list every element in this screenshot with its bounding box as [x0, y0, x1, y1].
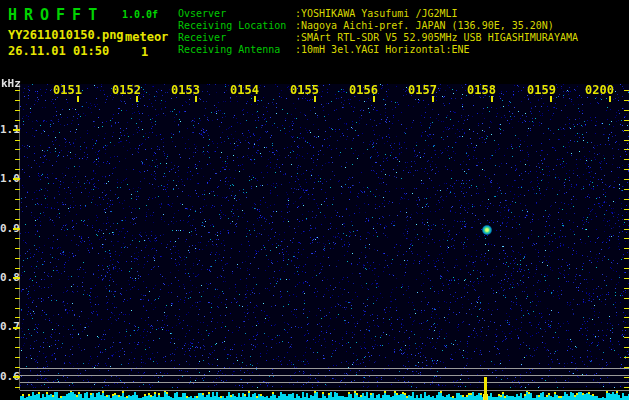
time-tick-label: 0152: [112, 84, 146, 96]
info-row-observer: Ovserver:YOSHIKAWA Yasufumi /JG2MLI: [178, 8, 458, 19]
time-tick-label: 0156: [349, 84, 383, 96]
time-tick-label: 0157: [408, 84, 442, 96]
time-tick-label: 0153: [171, 84, 205, 96]
reference-line-lower: [20, 382, 629, 383]
time-tick-label: 0159: [527, 84, 561, 96]
info-row-receiver: Receiver:SMArt RTL-SDR V5 52.905MHz USB …: [178, 32, 578, 43]
app-title: HROFFT: [8, 6, 104, 24]
app-version: 1.0.0f: [122, 9, 158, 20]
info-value: :SMArt RTL-SDR V5 52.905MHz USB HIGASHIM…: [295, 32, 578, 43]
time-tick-label: 0155: [290, 84, 324, 96]
observation-mode-label: meteor: [125, 30, 168, 44]
output-filename: YY2611010150.png: [8, 28, 124, 42]
meteor-echo-dot: [482, 225, 492, 235]
info-label: Ovserver: [178, 8, 295, 19]
info-label: Receiving Location: [178, 20, 295, 31]
info-label: Receiving Antenna: [178, 44, 295, 55]
info-value: :YOSHIKAWA Yasufumi /JG2MLI: [295, 8, 458, 19]
spectrogram-noise-field: [20, 84, 629, 388]
reference-line-upper: [20, 368, 629, 369]
time-tick-label: 0200: [585, 84, 619, 96]
info-value: :10mH 3el.YAGI Horizontal:ENE: [295, 44, 470, 55]
freq-axis-unit: kHz: [1, 77, 21, 90]
meteor-spike: [484, 377, 487, 400]
hrofft-window: HROFFT 1.0.0f YY2611010150.png meteor 26…: [0, 0, 629, 400]
meteor-count: 1: [141, 45, 148, 59]
time-tick-label: 0151: [53, 84, 87, 96]
reference-line-middle: [20, 375, 629, 376]
info-row-location: Receiving Location:Nagoya Aichi-pref. JA…: [178, 20, 554, 31]
level-meter-baseline: [20, 390, 629, 391]
info-row-antenna: Receiving Antenna:10mH 3el.YAGI Horizont…: [178, 44, 470, 55]
info-label: Receiver: [178, 32, 295, 43]
observation-datetime: 26.11.01 01:50: [8, 44, 109, 58]
time-tick-label: 0154: [230, 84, 264, 96]
time-tick-label: 0158: [467, 84, 501, 96]
info-value: :Nagoya Aichi-pref. JAPAN (136.90E, 35.2…: [295, 20, 554, 31]
